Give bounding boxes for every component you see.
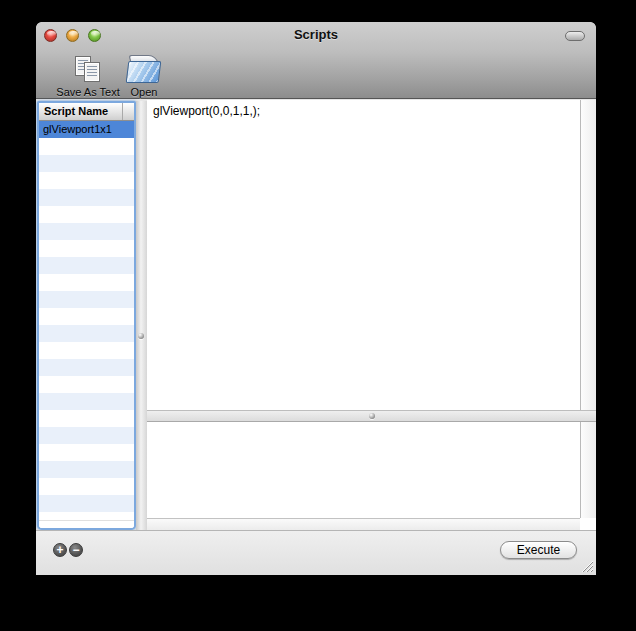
script-list: Script Name glViewport1x1 bbox=[37, 101, 136, 530]
desktop-background: Scripts Save As Text Open Script Nam bbox=[0, 0, 636, 631]
list-item[interactable] bbox=[39, 138, 134, 155]
list-item[interactable] bbox=[39, 359, 134, 376]
list-item[interactable] bbox=[39, 172, 134, 189]
resize-grip-icon bbox=[579, 558, 594, 573]
output-vertical-scrollbar[interactable] bbox=[580, 422, 596, 518]
list-item[interactable] bbox=[39, 155, 134, 172]
list-item[interactable] bbox=[39, 495, 134, 512]
add-script-button[interactable]: + bbox=[53, 543, 67, 557]
script-list-horizontal-scrollbar[interactable] bbox=[39, 520, 134, 529]
script-list-header-label: Script Name bbox=[44, 105, 108, 117]
output-horizontal-scrollbar[interactable] bbox=[147, 518, 580, 530]
list-item[interactable] bbox=[39, 257, 134, 274]
editor-vertical-scrollbar[interactable] bbox=[580, 100, 596, 410]
bottom-bar: + − Execute bbox=[36, 530, 596, 575]
script-list-rows: glViewport1x1 bbox=[39, 121, 134, 520]
list-item[interactable] bbox=[39, 240, 134, 257]
list-item[interactable] bbox=[39, 308, 134, 325]
list-item[interactable] bbox=[39, 478, 134, 495]
list-item[interactable] bbox=[39, 342, 134, 359]
open-folder-icon bbox=[126, 54, 162, 84]
toolbar-toggle-pill[interactable] bbox=[565, 31, 585, 41]
output-pane bbox=[147, 422, 596, 530]
column-divider[interactable] bbox=[122, 103, 123, 120]
title-bar[interactable]: Scripts Save As Text Open bbox=[36, 22, 596, 99]
script-editor-text[interactable]: glViewport(0,0,1,1,); bbox=[147, 100, 580, 410]
splitter-dimple-icon bbox=[369, 413, 375, 419]
script-editor-pane: glViewport(0,0,1,1,); bbox=[147, 100, 596, 410]
save-as-text-icon bbox=[72, 56, 104, 84]
resize-grip[interactable] bbox=[579, 558, 594, 573]
open-button[interactable]: Open bbox=[124, 51, 164, 98]
save-as-text-button[interactable]: Save As Text bbox=[48, 51, 128, 98]
list-item[interactable] bbox=[39, 410, 134, 427]
list-item-selected[interactable]: glViewport1x1 bbox=[39, 121, 134, 138]
vertical-splitter[interactable] bbox=[136, 101, 147, 530]
execute-button[interactable]: Execute bbox=[500, 541, 577, 559]
list-item[interactable] bbox=[39, 274, 134, 291]
list-item[interactable] bbox=[39, 376, 134, 393]
save-as-text-label: Save As Text bbox=[56, 86, 119, 98]
output-text[interactable] bbox=[147, 422, 580, 518]
remove-script-button[interactable]: − bbox=[69, 543, 83, 557]
horizontal-splitter[interactable] bbox=[147, 410, 596, 422]
list-item[interactable] bbox=[39, 223, 134, 240]
splitter-dimple-icon bbox=[138, 333, 144, 339]
script-list-header[interactable]: Script Name bbox=[39, 103, 134, 121]
open-label: Open bbox=[131, 86, 158, 98]
list-item[interactable] bbox=[39, 325, 134, 342]
list-item[interactable] bbox=[39, 206, 134, 223]
list-item[interactable] bbox=[39, 461, 134, 478]
list-item[interactable] bbox=[39, 427, 134, 444]
list-item[interactable] bbox=[39, 444, 134, 461]
window-title: Scripts bbox=[36, 27, 596, 42]
list-item[interactable] bbox=[39, 291, 134, 308]
list-item[interactable] bbox=[39, 189, 134, 206]
scripts-window: Scripts Save As Text Open Script Nam bbox=[36, 22, 596, 575]
list-item[interactable] bbox=[39, 393, 134, 410]
